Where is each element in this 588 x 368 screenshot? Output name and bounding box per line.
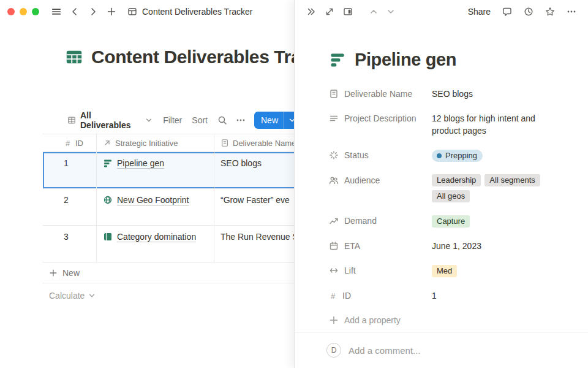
cell-id[interactable]: 3 bbox=[43, 226, 97, 262]
tag-pill[interactable]: Leadership bbox=[432, 174, 481, 186]
table-row[interactable]: 3 Category domination The Run Revenue S bbox=[43, 226, 294, 263]
column-header-id[interactable]: # ID bbox=[43, 134, 97, 151]
property-row-status: Status Prepping bbox=[329, 143, 564, 168]
property-value[interactable]: 12 blogs for high intent and product pag… bbox=[432, 112, 554, 137]
cell-deliverable[interactable]: The Run Revenue S bbox=[214, 226, 294, 262]
minimize-window-button[interactable] bbox=[20, 8, 27, 15]
back-button[interactable] bbox=[67, 4, 82, 19]
window-tab[interactable]: Content Deliverables Tracker bbox=[127, 7, 253, 17]
page-title[interactable]: Content Deliverables Tracker bbox=[91, 47, 294, 67]
open-as-page-button[interactable] bbox=[322, 4, 337, 20]
property-value[interactable]: Capture bbox=[432, 215, 470, 228]
status-burst-icon bbox=[329, 150, 339, 160]
title-icon bbox=[329, 89, 339, 99]
tag-pill[interactable]: All geos bbox=[432, 190, 470, 202]
column-header-deliverable[interactable]: Deliverable Name bbox=[214, 134, 294, 151]
next-record-button[interactable] bbox=[383, 4, 399, 20]
peek-title-row: Pipeline gen bbox=[329, 46, 564, 73]
new-button-dropdown[interactable] bbox=[284, 112, 294, 129]
traffic-lights bbox=[7, 8, 39, 15]
calculate-button[interactable]: Calculate bbox=[43, 291, 294, 301]
people-icon bbox=[329, 175, 339, 185]
chevron-right-icon bbox=[88, 7, 98, 17]
table-row[interactable]: 2 New Geo Footprint “Grow Faster” eve bbox=[43, 189, 294, 226]
property-row-lift: Lift Med bbox=[329, 258, 564, 283]
more-icon[interactable] bbox=[564, 4, 579, 20]
tag-pill[interactable]: All segments bbox=[484, 174, 540, 186]
cell-initiative[interactable]: New Geo Footprint bbox=[97, 189, 214, 225]
bar-chart-icon[interactable] bbox=[329, 51, 346, 68]
property-name: Audience bbox=[344, 175, 380, 185]
peek-panel: Share Pipeline gen Deliverable Name SEO bbox=[294, 0, 588, 368]
updates-button[interactable] bbox=[521, 4, 537, 20]
previous-record-button[interactable] bbox=[366, 4, 382, 20]
property-value[interactable]: Med bbox=[432, 264, 457, 277]
property-label[interactable]: Audience bbox=[329, 174, 432, 186]
property-label[interactable]: ETA bbox=[329, 240, 432, 252]
close-window-button[interactable] bbox=[7, 8, 15, 15]
trend-chart-icon bbox=[329, 216, 339, 226]
page-link[interactable]: Category domination bbox=[103, 231, 196, 243]
comment-bar[interactable]: D Add a comment... bbox=[295, 332, 588, 368]
calculate-label: Calculate bbox=[49, 291, 85, 301]
favorite-button[interactable] bbox=[542, 4, 558, 20]
forward-button[interactable] bbox=[86, 4, 100, 19]
column-header-initiative[interactable]: Strategic Initiative bbox=[97, 134, 214, 151]
property-value[interactable]: SEO blogs bbox=[432, 88, 473, 100]
more-icon[interactable] bbox=[236, 115, 246, 125]
table-header: # ID Strategic Initiative Deliverable Na… bbox=[43, 134, 294, 152]
page-link[interactable]: New Geo Footprint bbox=[103, 194, 189, 206]
table-new-row-button[interactable]: New bbox=[43, 263, 294, 283]
window-tab-title: Content Deliverables Tracker bbox=[142, 7, 253, 17]
view-tab-all-deliverables[interactable]: All Deliverables bbox=[67, 110, 153, 130]
sort-button[interactable]: Sort bbox=[192, 115, 208, 125]
id-value: 3 bbox=[64, 232, 69, 242]
property-value[interactable]: Prepping bbox=[432, 149, 483, 162]
property-label[interactable]: Lift bbox=[329, 264, 432, 277]
property-value[interactable]: June 1, 2023 bbox=[432, 240, 481, 252]
deliverable-value: “Grow Faster” eve bbox=[221, 195, 290, 205]
side-peek-toggle-button[interactable] bbox=[340, 4, 356, 20]
add-property-button[interactable]: Add a property bbox=[329, 308, 564, 332]
side-peek-icon bbox=[343, 7, 353, 17]
calendar-icon bbox=[329, 241, 339, 251]
comments-button[interactable] bbox=[499, 4, 515, 20]
comment-bubble-icon bbox=[502, 7, 512, 17]
comment-input[interactable]: Add a comment... bbox=[349, 345, 421, 356]
tag-pill[interactable]: Capture bbox=[432, 215, 470, 228]
peek-page-title[interactable]: Pipeline gen bbox=[355, 50, 456, 70]
property-label[interactable]: Status bbox=[329, 149, 432, 161]
tag-pill[interactable]: Med bbox=[432, 265, 457, 277]
property-value[interactable]: Leadership All segments All geos bbox=[432, 174, 554, 202]
property-label[interactable]: Deliverable Name bbox=[329, 88, 432, 100]
search-icon[interactable] bbox=[217, 115, 227, 125]
bar-chart-icon bbox=[103, 158, 113, 168]
close-peek-button[interactable] bbox=[303, 4, 319, 20]
new-button-label: New bbox=[254, 115, 284, 125]
page-link[interactable]: Pipeline gen bbox=[103, 157, 164, 169]
status-pill[interactable]: Prepping bbox=[432, 150, 483, 162]
peek-body: Pipeline gen Deliverable Name SEO blogs … bbox=[295, 46, 588, 332]
plus-icon bbox=[329, 315, 339, 325]
share-button[interactable]: Share bbox=[468, 7, 491, 17]
text-icon bbox=[329, 113, 339, 123]
zoom-window-button[interactable] bbox=[32, 8, 39, 15]
property-label[interactable]: # ID bbox=[329, 289, 432, 302]
new-button[interactable]: New bbox=[254, 112, 294, 129]
cell-id[interactable]: 1 bbox=[43, 152, 97, 188]
sidebar-toggle-button[interactable] bbox=[49, 4, 64, 19]
cell-initiative[interactable]: Category domination bbox=[97, 226, 214, 262]
cell-deliverable[interactable]: “Grow Faster” eve bbox=[214, 189, 294, 225]
filter-button[interactable]: Filter bbox=[163, 115, 182, 125]
property-label[interactable]: Demand bbox=[329, 215, 432, 227]
cell-initiative[interactable]: Pipeline gen bbox=[97, 152, 214, 188]
cell-deliverable[interactable]: SEO blogs bbox=[214, 152, 294, 188]
new-tab-button[interactable] bbox=[104, 4, 119, 19]
cell-id[interactable]: 2 bbox=[43, 189, 97, 225]
table-row[interactable]: 1 Pipeline gen SEO blogs bbox=[43, 152, 294, 189]
property-label[interactable]: Project Description bbox=[329, 112, 432, 125]
page-icon-table[interactable] bbox=[65, 48, 83, 66]
property-value[interactable]: 1 bbox=[432, 289, 437, 302]
property-row-demand: Demand Capture bbox=[329, 209, 564, 234]
ellipsis-icon bbox=[567, 7, 576, 17]
